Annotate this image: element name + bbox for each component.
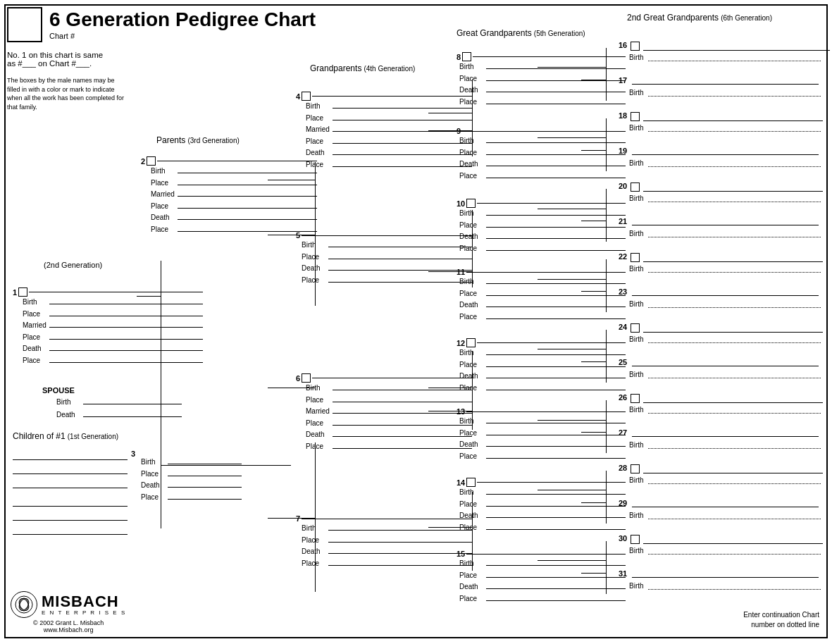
svg-point-2 [17,597,30,612]
svg-point-0 [15,596,32,613]
copyright: © 2002 Grant L. Misbach [33,619,104,626]
website: www.Misbach.org [44,626,94,633]
company-sub: E N T E R P R I S E S [42,609,126,616]
continuation-text2: number on dotted line [743,620,819,630]
company-name: MISBACH [42,594,126,609]
continuation-text: Enter continuation Chart [743,610,819,620]
svg-point-3 [20,598,28,611]
